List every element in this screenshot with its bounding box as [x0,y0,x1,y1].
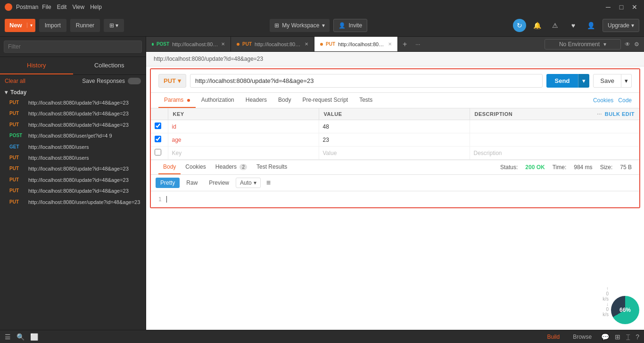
send-button[interactable]: Send [546,74,578,88]
bulk-edit-button[interactable]: Bulk Edit [605,111,635,117]
code-link[interactable]: Code [618,97,632,104]
list-item[interactable]: PUT http://localhost:8080/update?id=48&a… [0,175,146,186]
param-description-cell[interactable] [470,120,639,133]
tab-post-person[interactable]: POST http://localhost:8080/person/sa ✕ [146,37,231,51]
fmt-tab-pretty[interactable]: Pretty [156,178,180,188]
environment-selector[interactable]: No Environment ▾ [545,39,621,49]
send-arrow-button[interactable]: ▾ [578,74,589,88]
param-value-cell[interactable]: 23 [319,133,470,147]
runner-button[interactable]: Runner [70,19,100,32]
chat-icon[interactable]: 💬 [601,333,609,341]
param-key-cell[interactable]: age [168,133,319,147]
minimize-button[interactable]: ─ [603,3,613,11]
fmt-tab-preview[interactable]: Preview [204,178,234,188]
env-eye-icon[interactable]: 👁 [625,41,630,48]
close-button[interactable]: ✕ [630,3,639,11]
req-tab-body[interactable]: Body [272,93,297,108]
request-line: PUT ▾ Send ▾ Save ▾ [151,69,639,93]
save-responses-toggle-switch[interactable] [128,78,141,84]
list-item[interactable]: POST http://localhost:8080/user/get?id=4… [0,131,146,141]
tab-method-post: POST [157,41,169,47]
wrap-button[interactable]: ≡ [266,179,271,187]
param-checkbox[interactable] [155,149,161,155]
param-checkbox[interactable] [155,122,161,129]
list-item[interactable]: PUT http://localhost:8080/users [0,153,146,163]
upgrade-button[interactable]: Upgrade ▾ [603,19,639,32]
key-column-header: KEY [168,108,319,120]
menu-help[interactable]: Help [90,4,102,10]
filter-input[interactable] [4,41,142,53]
list-item[interactable]: PUT http://localhost:8080/update?id=48&a… [0,163,146,174]
param-checkbox-cell[interactable] [151,120,168,133]
browse-button[interactable]: Browse [569,333,595,341]
help-icon[interactable]: ? [636,333,639,341]
param-value-cell[interactable]: 48 [319,120,470,133]
list-item[interactable]: PUT http://localhost:8080/update?id=48&a… [0,98,146,108]
res-tab-test-results[interactable]: Test Results [252,160,292,174]
req-tab-params[interactable]: Params [158,93,196,108]
heart-icon[interactable]: ♥ [567,19,580,32]
layout-button[interactable]: ⊞ ▾ [104,19,124,32]
param-description-cell[interactable] [470,133,639,147]
more-tabs-button[interactable]: ··· [412,41,424,48]
req-tab-tests[interactable]: Tests [354,93,378,108]
clear-all-button[interactable]: Clear all [5,78,25,84]
menu-file[interactable]: File [42,4,51,10]
param-value-cell[interactable]: Value [319,147,470,160]
more-options-icon[interactable]: ··· [597,111,602,117]
cursor-footer-icon[interactable]: ⌶ [626,333,630,341]
user-avatar[interactable]: 👤 [585,19,598,32]
list-item[interactable]: PUT http://localhost:8080/user/update?id… [0,197,146,208]
fmt-tab-raw[interactable]: Raw [182,178,202,188]
new-button-arrow[interactable]: ▾ [27,23,35,28]
tab-close-button[interactable]: ✕ [388,41,392,47]
save-arrow-button[interactable]: ▾ [621,74,632,88]
sidebar-toggle-icon[interactable]: ☰ [5,333,11,341]
terminal-icon[interactable]: ⬜ [30,333,38,341]
param-description-cell[interactable]: Description [470,147,639,160]
param-key-cell[interactable]: Key [168,147,319,160]
req-tab-headers[interactable]: Headers [240,93,272,108]
maximize-button[interactable]: □ [617,3,626,11]
list-item[interactable]: PUT http://localhost:8080/update?id=48&a… [0,108,146,119]
res-tab-cookies[interactable]: Cookies [181,160,210,174]
menu-edit[interactable]: Edit [57,4,67,10]
status-label: Status: [500,164,518,171]
search-footer-icon[interactable]: 🔍 [17,333,25,341]
sidebar-tab-collections[interactable]: Collections [73,57,146,74]
tab-close-button[interactable]: ✕ [221,41,225,47]
menu-view[interactable]: View [72,4,84,10]
req-tab-prerequest[interactable]: Pre-request Script [297,93,354,108]
method-select[interactable]: PUT ▾ [158,74,186,88]
list-item[interactable]: GET http://localhost:8080/users [0,142,146,153]
param-key-cell[interactable]: id [168,120,319,133]
notifications-icon[interactable]: 🔔 [531,19,544,32]
sidebar-tab-history[interactable]: History [0,57,73,74]
list-item[interactable]: PUT http://localhost:8080/update?id=48&a… [0,186,146,196]
method-badge: POST [9,132,25,138]
param-checkbox-cell[interactable] [151,133,168,147]
param-checkbox[interactable] [155,136,161,142]
save-button[interactable]: Save [593,74,621,88]
list-item[interactable]: PUT http://localhost:8080/update?id=48&a… [0,120,146,131]
tab-put-update-active[interactable]: PUT http://localhost:8080/update?id= ✕ [314,37,398,51]
url-input[interactable] [190,74,543,88]
layout-icon[interactable]: ⊞ [615,333,620,341]
auto-select[interactable]: Auto ▾ [236,178,261,188]
build-button[interactable]: Build [544,333,564,341]
new-button[interactable]: New ▾ [5,19,35,32]
tab-close-button[interactable]: ✕ [305,41,308,47]
param-checkbox-cell[interactable] [151,147,168,160]
invite-button[interactable]: 👤 Invite [333,19,367,32]
workspace-button[interactable]: ⊞ My Workspace ▾ [270,19,330,32]
res-tab-body[interactable]: Body [158,160,181,174]
add-tab-button[interactable]: + [398,40,412,49]
tab-put-person[interactable]: PUT http://localhost:8080/person/sav ✕ [231,37,314,51]
sync-icon[interactable]: ↻ [513,19,526,32]
env-settings-icon[interactable]: ⚙ [634,41,639,48]
res-tab-headers[interactable]: Headers 2 [211,160,252,174]
cookies-link[interactable]: Cookies [593,97,613,104]
alert-icon[interactable]: ⚠ [549,19,562,32]
req-tab-authorization[interactable]: Authorization [196,93,240,108]
import-button[interactable]: Import [39,19,66,32]
